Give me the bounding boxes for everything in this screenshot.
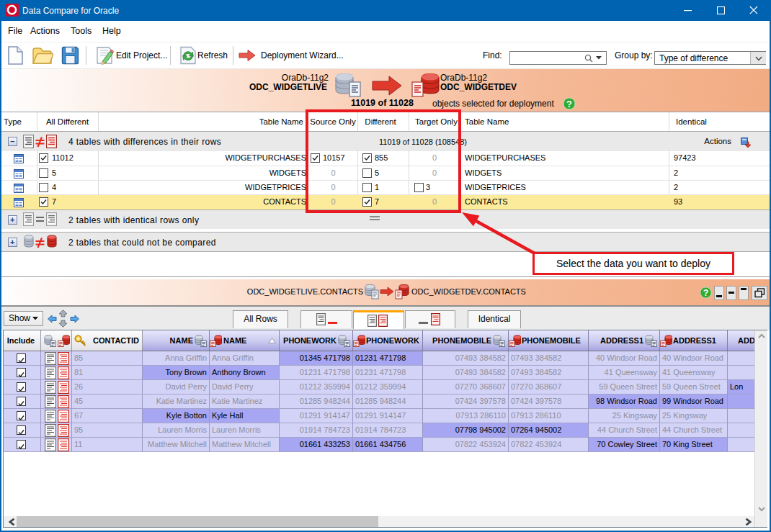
svg-text:?: ?: [566, 99, 572, 109]
svg-text:?: ?: [703, 288, 709, 298]
